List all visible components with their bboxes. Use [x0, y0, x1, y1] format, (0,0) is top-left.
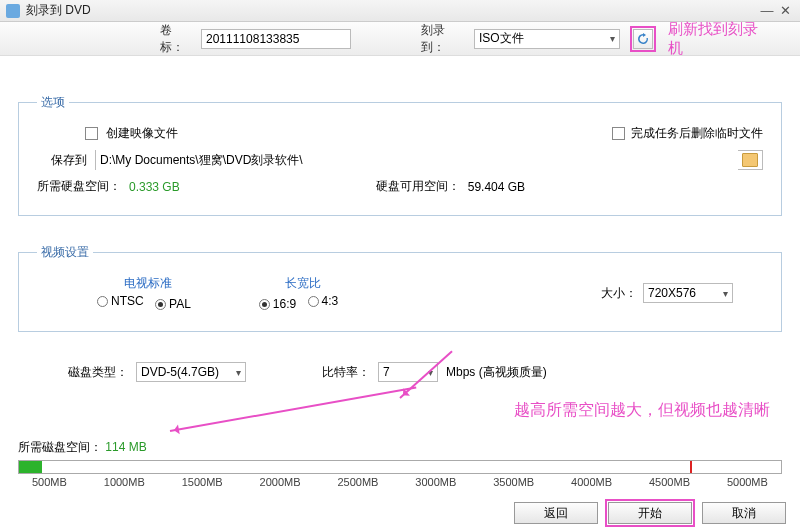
save-to-label: 保存到: [51, 152, 87, 169]
aspect-169-label: 16:9: [273, 297, 296, 311]
avail-hdd-label: 硬盘可用空间：: [376, 178, 460, 195]
aspect-ratio-group: 长宽比 16:9 4:3: [259, 275, 346, 311]
refresh-icon: [637, 33, 649, 45]
refresh-highlight: [630, 26, 656, 52]
tv-standard-group: 电视标准 NTSC PAL: [97, 275, 199, 311]
disk-capacity-mark: [690, 461, 692, 473]
back-button[interactable]: 返回: [514, 502, 598, 524]
video-group: 视频设置 电视标准 NTSC PAL 长宽比 16:9 4:3 大小： 720X…: [18, 244, 782, 332]
header-row: 卷标： 刻录到： ISO文件 刷新找到刻录机: [0, 22, 800, 56]
pal-radio[interactable]: PAL: [155, 297, 191, 311]
tick-label: 3000MB: [415, 476, 456, 488]
refresh-annotation: 刷新找到刻录机: [668, 20, 770, 58]
volume-label: 卷标：: [160, 22, 195, 56]
start-button[interactable]: 开始: [608, 502, 692, 524]
req-hdd-label: 所需硬盘空间：: [37, 178, 121, 195]
aspect-label: 长宽比: [285, 275, 321, 292]
footer: 返回 开始 取消: [514, 502, 786, 524]
create-image-checkbox[interactable]: [85, 127, 98, 140]
tv-standard-label: 电视标准: [124, 275, 172, 292]
avail-hdd-value: 59.404 GB: [468, 180, 525, 194]
minimize-button[interactable]: —: [758, 2, 776, 20]
options-legend: 选项: [37, 94, 69, 111]
cancel-button[interactable]: 取消: [702, 502, 786, 524]
tick-label: 5000MB: [727, 476, 768, 488]
tick-label: 2500MB: [337, 476, 378, 488]
pal-label: PAL: [169, 297, 191, 311]
refresh-button[interactable]: [633, 29, 653, 49]
aspect-43-radio[interactable]: 4:3: [308, 294, 339, 308]
aspect-43-label: 4:3: [322, 294, 339, 308]
disc-type-label: 磁盘类型：: [68, 364, 128, 381]
aspect-169-radio[interactable]: 16:9: [259, 297, 296, 311]
video-legend: 视频设置: [37, 244, 93, 261]
size-value: 720X576: [648, 286, 696, 300]
disc-type-value: DVD-5(4.7GB): [141, 365, 219, 379]
burn-to-value: ISO文件: [479, 30, 524, 47]
tick-label: 1500MB: [182, 476, 223, 488]
browse-folder-icon[interactable]: [742, 153, 758, 167]
save-to-input[interactable]: [96, 150, 738, 170]
size-select[interactable]: 720X576: [643, 283, 733, 303]
disc-type-select[interactable]: DVD-5(4.7GB): [136, 362, 246, 382]
disk-usage-value: 114 MB: [105, 440, 146, 454]
burn-to-label: 刻录到：: [421, 22, 468, 56]
delete-temp-checkbox[interactable]: [612, 127, 625, 140]
disk-usage-label: 所需磁盘空间：: [18, 440, 102, 454]
tick-label: 4000MB: [571, 476, 612, 488]
arrow-left: [170, 387, 417, 432]
create-image-label: 创建映像文件: [106, 125, 178, 142]
close-button[interactable]: ✕: [776, 2, 794, 20]
tick-label: 1000MB: [104, 476, 145, 488]
disk-usage-ticks: 500MB1000MB1500MB2000MB2500MB3000MB3500M…: [18, 476, 782, 488]
annotation-main: 越高所需空间越大，但视频也越清晰: [514, 400, 770, 421]
req-hdd-value: 0.333 GB: [129, 180, 180, 194]
options-group: 选项 创建映像文件 完成任务后删除临时文件 保存到 所需硬盘空间： 0.333 …: [18, 94, 782, 216]
volume-input[interactable]: [201, 29, 351, 49]
delete-temp-label: 完成任务后删除临时文件: [631, 125, 763, 142]
ntsc-label: NTSC: [111, 294, 144, 308]
burn-to-select[interactable]: ISO文件: [474, 29, 620, 49]
disk-usage-fill: [19, 461, 42, 473]
bitrate-unit: Mbps (高视频质量): [446, 364, 547, 381]
bitrate-value: 7: [383, 365, 390, 379]
tick-label: 2000MB: [260, 476, 301, 488]
disk-usage-bar: [18, 460, 782, 474]
window-title: 刻录到 DVD: [26, 2, 758, 19]
disk-usage-area: 所需磁盘空间： 114 MB 500MB1000MB1500MB2000MB25…: [18, 439, 782, 488]
bitrate-label: 比特率：: [322, 364, 370, 381]
ntsc-radio[interactable]: NTSC: [97, 294, 144, 308]
size-label: 大小：: [601, 285, 637, 302]
tick-label: 500MB: [32, 476, 67, 488]
tick-label: 4500MB: [649, 476, 690, 488]
tick-label: 3500MB: [493, 476, 534, 488]
app-icon: [6, 4, 20, 18]
